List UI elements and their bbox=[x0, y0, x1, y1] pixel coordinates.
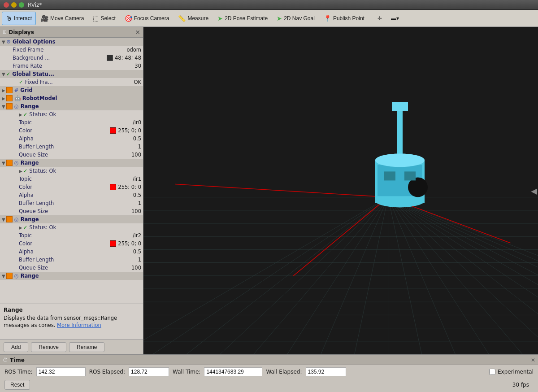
range1-status-row[interactable]: ▶ ✓ Status: Ok bbox=[0, 167, 143, 175]
range2-queue-value: 100 bbox=[131, 265, 141, 271]
select-button[interactable]: ⬚ Select bbox=[89, 12, 119, 25]
3d-viewport[interactable]: ◀ bbox=[143, 27, 538, 354]
interact-label: Interact bbox=[14, 15, 32, 22]
range0-buffer-value: 1 bbox=[138, 144, 141, 150]
publish-point-button[interactable]: 📍 Publish Point bbox=[320, 12, 369, 25]
range0-row[interactable]: ▼ ◎ Range bbox=[0, 102, 143, 110]
description-panel: Range Displays the data from sensor_msgs… bbox=[0, 304, 143, 340]
global-status-arrow: ▼ bbox=[2, 72, 5, 77]
displays-header: ⊞ Displays ✕ bbox=[0, 27, 143, 38]
maximize-button[interactable] bbox=[19, 2, 24, 8]
interact-button[interactable]: 🖱 Interact bbox=[2, 12, 36, 25]
range2-row[interactable]: ▼ ◎ Range bbox=[0, 215, 143, 223]
viewport-expand-arrow[interactable]: ◀ bbox=[530, 184, 538, 197]
range0-status-arrow: ▶ bbox=[19, 112, 22, 117]
range2-color-value: 255; 0; 0 bbox=[118, 240, 141, 247]
background-row[interactable]: Background ... 48; 48; 48 bbox=[0, 54, 143, 62]
range0-color-row[interactable]: Color 255; 0; 0 bbox=[0, 126, 143, 135]
range2-alpha-label: Alpha bbox=[19, 248, 34, 255]
range1-queue-row[interactable]: Queue Size 100 bbox=[0, 207, 143, 215]
focus-camera-icon: 🎯 bbox=[125, 15, 132, 22]
range0-color-value: 255; 0; 0 bbox=[118, 127, 141, 134]
range2-status-row[interactable]: ▶ ✓ Status: Ok bbox=[0, 223, 143, 231]
focus-camera-button[interactable]: 🎯 Focus Camera bbox=[121, 12, 174, 25]
range2-queue-row[interactable]: Queue Size 100 bbox=[0, 264, 143, 272]
measure-icon: 📏 bbox=[178, 15, 186, 22]
experimental-checkbox[interactable] bbox=[489, 369, 495, 375]
robot-model-icon: 🤖 bbox=[14, 95, 21, 101]
more-information-link[interactable]: More Information bbox=[57, 322, 101, 328]
range0-topic-row[interactable]: Topic /ir0 bbox=[0, 118, 143, 126]
range2-buffer-row[interactable]: Buffer Length 1 bbox=[0, 256, 143, 264]
range2-color-swatch bbox=[110, 240, 116, 247]
reset-button[interactable]: Reset bbox=[4, 380, 30, 390]
robot-model-checkbox[interactable] bbox=[6, 95, 13, 101]
focus-camera-label: Focus Camera bbox=[134, 15, 169, 22]
range0-arrow: ▼ bbox=[2, 104, 5, 109]
wall-elapsed-input[interactable] bbox=[306, 367, 346, 376]
add-button[interactable]: Add bbox=[4, 342, 28, 352]
select-label: Select bbox=[100, 15, 115, 22]
range2-topic-row[interactable]: Topic /ir2 bbox=[0, 231, 143, 240]
nav-goal-button[interactable]: ➤ 2D Nav Goal bbox=[273, 12, 319, 25]
time-header: ⏱ Time ✕ bbox=[0, 355, 538, 365]
range1-checkbox[interactable] bbox=[6, 160, 13, 166]
range3-checkbox[interactable] bbox=[6, 273, 13, 279]
global-status-row[interactable]: ▼ ✓ Global Statu... bbox=[0, 70, 143, 78]
fixed-frame-row[interactable]: Fixed Frame odom bbox=[0, 46, 143, 54]
robot-model-row[interactable]: ▶ 🤖 RobotModel bbox=[0, 94, 143, 102]
ros-time-label: ROS Time: bbox=[4, 369, 33, 375]
range1-label: Range bbox=[21, 160, 39, 166]
minimize-button[interactable] bbox=[11, 2, 17, 8]
range3-row[interactable]: ▼ ◎ Range bbox=[0, 272, 143, 280]
displays-close-button[interactable]: ✕ bbox=[135, 29, 140, 36]
range0-color-label: Color bbox=[19, 127, 32, 134]
range1-queue-value: 100 bbox=[131, 208, 141, 214]
fixed-frame-status-row[interactable]: ✓ Fixed Fra... OK bbox=[0, 78, 143, 86]
wall-elapsed-label: Wall Elapsed: bbox=[266, 369, 302, 375]
remove-button[interactable]: Remove bbox=[31, 342, 66, 352]
close-button[interactable] bbox=[4, 2, 9, 8]
fixed-frame-status-check-icon: ✓ bbox=[19, 79, 23, 85]
add-toolbar-button[interactable]: ✛ bbox=[373, 12, 386, 25]
measure-label: Measure bbox=[187, 15, 208, 22]
pose-estimate-button[interactable]: ➤ 2D Pose Estimate bbox=[213, 12, 272, 25]
displays-tree[interactable]: ▼ ⚙ Global Options Fixed Frame odom Back… bbox=[0, 38, 143, 304]
fixed-frame-status-value: OK bbox=[134, 79, 141, 85]
ros-time-input[interactable] bbox=[36, 367, 86, 376]
range2-alpha-row[interactable]: Alpha 0.5 bbox=[0, 248, 143, 256]
robot-model-arrow: ▶ bbox=[2, 96, 5, 101]
ros-elapsed-input[interactable] bbox=[129, 367, 169, 376]
grid-row[interactable]: ▶ # Grid bbox=[0, 86, 143, 94]
range0-status-check-icon: ✓ bbox=[23, 111, 28, 118]
range0-checkbox[interactable] bbox=[6, 103, 13, 109]
wall-time-input[interactable] bbox=[204, 367, 262, 376]
range2-status-label: Status: Ok bbox=[29, 224, 56, 231]
global-options-row[interactable]: ▼ ⚙ Global Options bbox=[0, 38, 143, 46]
range1-topic-row[interactable]: Topic /ir1 bbox=[0, 175, 143, 183]
range0-queue-label: Queue Size bbox=[19, 152, 48, 158]
range0-color-swatch bbox=[110, 127, 116, 134]
time-close-button[interactable]: ✕ bbox=[531, 357, 535, 363]
frame-rate-row[interactable]: Frame Rate 30 bbox=[0, 62, 143, 70]
range3-label: Range bbox=[21, 273, 39, 279]
time-title: Time bbox=[10, 357, 531, 363]
range2-color-label: Color bbox=[19, 240, 32, 247]
range0-alpha-row[interactable]: Alpha 0.5 bbox=[0, 135, 143, 143]
range1-alpha-row[interactable]: Alpha 0.5 bbox=[0, 191, 143, 199]
range1-row[interactable]: ▼ ◎ Range bbox=[0, 159, 143, 167]
range2-color-row[interactable]: Color 255; 0; 0 bbox=[0, 240, 143, 248]
range1-buffer-row[interactable]: Buffer Length 1 bbox=[0, 199, 143, 207]
extra-button[interactable]: ▬▾ bbox=[387, 12, 403, 25]
range2-checkbox[interactable] bbox=[6, 216, 13, 222]
range1-color-row[interactable]: Color 255; 0; 0 bbox=[0, 183, 143, 191]
rename-button[interactable]: Rename bbox=[69, 342, 104, 352]
range0-buffer-row[interactable]: Buffer Length 1 bbox=[0, 143, 143, 151]
range0-queue-row[interactable]: Queue Size 100 bbox=[0, 151, 143, 159]
grid-checkbox[interactable] bbox=[6, 87, 13, 93]
measure-button[interactable]: 📏 Measure bbox=[174, 12, 213, 25]
displays-icon: ⊞ bbox=[3, 29, 7, 35]
range0-status-row[interactable]: ▶ ✓ Status: Ok bbox=[0, 110, 143, 118]
window-controls[interactable] bbox=[4, 2, 24, 8]
move-camera-button[interactable]: 🎥 Move Camera bbox=[37, 12, 88, 25]
